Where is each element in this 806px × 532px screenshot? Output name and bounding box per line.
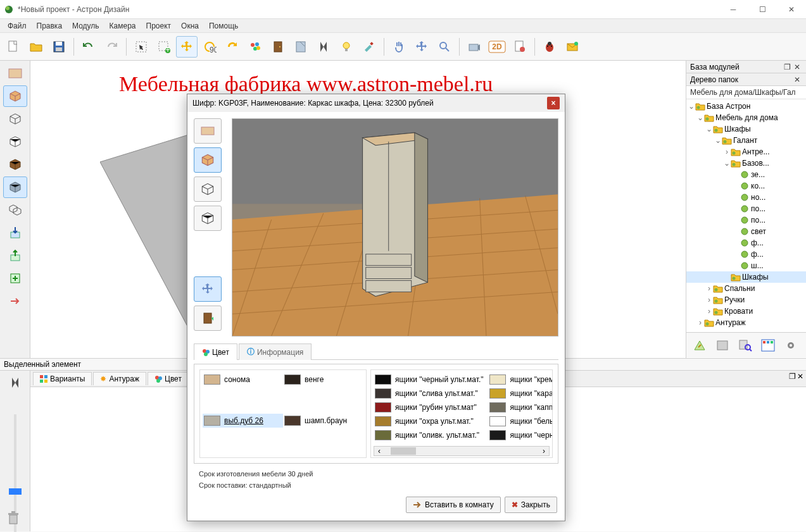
tree-row[interactable]: зе... — [686, 169, 806, 180]
rotate-icon[interactable] — [222, 36, 243, 58]
menu-edit[interactable]: Правка — [32, 20, 68, 32]
tree-row[interactable]: ›Антре... — [686, 146, 806, 158]
modules-dock-icon[interactable]: ❐ — [782, 63, 792, 71]
tree-row[interactable]: но... — [686, 192, 806, 203]
menu-project[interactable]: Проект — [141, 20, 177, 32]
tree-row[interactable]: ›Ручки — [686, 294, 806, 306]
color-option[interactable]: ящики "рубин ульт.мат" — [374, 400, 484, 414]
close-button[interactable]: ✖Закрыть — [505, 497, 557, 513]
tree-row[interactable]: Шкафы — [686, 271, 806, 283]
tree-row[interactable]: свет — [686, 226, 806, 237]
dlg-view-wire2-icon[interactable] — [194, 206, 222, 231]
color-option[interactable]: венге — [283, 373, 363, 387]
tree-row[interactable]: ›Кровати — [686, 306, 806, 317]
color-option[interactable]: ящики "бель — [488, 414, 553, 428]
move-icon[interactable] — [176, 36, 198, 58]
trash-icon[interactable] — [6, 510, 20, 528]
dlg-view-solid-icon[interactable] — [194, 147, 222, 173]
menu-file[interactable]: Файл — [3, 20, 32, 32]
color-option[interactable]: ящики "охра ульт.мат." — [374, 414, 484, 428]
camera-icon[interactable] — [463, 36, 485, 58]
mail-icon[interactable] — [562, 36, 583, 58]
tree-row[interactable]: ⌄Галант — [686, 135, 806, 146]
import-icon[interactable] — [3, 222, 27, 244]
undo-icon[interactable] — [78, 36, 99, 58]
tab-color[interactable]: Цвет — [148, 372, 189, 385]
tree-row[interactable]: ›Спальни — [686, 283, 806, 294]
close-window-button[interactable]: ✕ — [777, 0, 806, 19]
color-option[interactable]: ящики "черн — [488, 428, 553, 442]
tree-row[interactable]: ш... — [686, 260, 806, 271]
dlg-orbit-icon[interactable] — [194, 276, 222, 302]
color-option[interactable]: ящики "черный ульт.мат." — [374, 373, 484, 387]
save-icon[interactable] — [48, 36, 70, 58]
bulb-icon[interactable] — [336, 36, 357, 58]
tree-row[interactable]: ⌄Шкафы — [686, 123, 806, 135]
redo-icon[interactable] — [101, 36, 122, 58]
thumb-gear-icon[interactable] — [780, 335, 802, 356]
dlg-view-flat-icon[interactable] — [194, 118, 222, 144]
mirror-icon[interactable] — [313, 36, 334, 58]
zoom-icon[interactable] — [434, 36, 455, 58]
tree-row[interactable]: ⌄Мебель для дома — [686, 112, 806, 123]
color-option[interactable]: сонома — [203, 373, 283, 387]
view-texture-icon[interactable] — [3, 154, 27, 175]
rotate90-icon[interactable]: 90 — [199, 36, 220, 58]
color-option[interactable]: ящики "капп — [488, 400, 553, 414]
view-flat-icon[interactable] — [3, 63, 27, 84]
view-wire2-icon[interactable] — [3, 131, 27, 152]
bot-mirror-icon[interactable] — [8, 376, 22, 392]
color-option[interactable]: ящики "оливк. ульт.мат." — [374, 428, 484, 442]
menu-camera[interactable]: Камера — [104, 20, 141, 32]
view2d-icon[interactable]: 2D — [486, 36, 508, 58]
thumb-box-icon[interactable] — [712, 335, 733, 356]
thumb-grid-icon[interactable] — [757, 335, 779, 356]
view-wire-icon[interactable] — [3, 108, 27, 130]
view-shade-icon[interactable] — [3, 176, 27, 198]
open-icon[interactable] — [25, 36, 47, 58]
tree-row[interactable]: ⌄Базов... — [686, 158, 806, 169]
insert-icon[interactable] — [3, 268, 27, 289]
menu-help[interactable]: Помощь — [204, 20, 243, 32]
view-solid-icon[interactable] — [3, 85, 27, 107]
modules-close-icon[interactable]: ✕ — [792, 63, 802, 71]
menu-module[interactable]: Модуль — [67, 20, 104, 32]
select-add-icon[interactable]: + — [153, 36, 175, 58]
pan-icon[interactable] — [388, 36, 410, 58]
thumb-up-icon[interactable] — [689, 335, 710, 356]
color-option[interactable]: выб.дуб 26 — [203, 414, 283, 428]
brush-icon[interactable] — [358, 36, 380, 58]
palette-icon[interactable] — [244, 36, 266, 58]
tree-row[interactable]: по... — [686, 214, 806, 226]
dlg-view-wire-icon[interactable] — [194, 176, 222, 202]
new-icon[interactable] — [3, 36, 24, 58]
dialog-close-icon[interactable]: × — [547, 97, 560, 109]
color-option[interactable]: ящики "крем — [488, 373, 553, 387]
color-option[interactable]: ящики "кара — [488, 387, 553, 400]
insert-button[interactable]: Вставить в комнату — [406, 497, 501, 513]
tree-row[interactable]: ›Антураж — [686, 317, 806, 328]
orbit-icon[interactable] — [411, 36, 432, 58]
export-icon[interactable] — [3, 245, 27, 266]
sheet-icon[interactable] — [290, 36, 312, 58]
goto-icon[interactable] — [3, 290, 27, 312]
dlg-tab-info[interactable]: ⓘИнформация — [239, 343, 312, 360]
color-option[interactable]: ящики "слива ульт.мат." — [374, 387, 484, 400]
tree-row[interactable]: ⌄База Астрон — [686, 101, 806, 112]
door-icon[interactable] — [267, 36, 289, 58]
select-icon[interactable] — [130, 36, 152, 58]
report-icon[interactable] — [509, 36, 531, 58]
menu-windows[interactable]: Окна — [176, 20, 204, 32]
tree-row[interactable]: ф... — [686, 237, 806, 249]
dlg-door-icon[interactable] — [194, 306, 222, 331]
minimize-button[interactable]: ─ — [719, 0, 748, 19]
bottom-close-icon[interactable]: ✕ — [797, 372, 803, 385]
tree-row[interactable]: ко... — [686, 180, 806, 192]
folder-tree[interactable]: ⌄База Астрон⌄Мебель для дома⌄Шкафы⌄Галан… — [686, 99, 806, 332]
color-scrollbar[interactable]: ‹› — [374, 446, 550, 456]
thumb-search-icon[interactable] — [734, 335, 756, 356]
tab-variants[interactable]: Варианты — [33, 372, 92, 385]
dlg-tab-color[interactable]: Цвет — [194, 343, 237, 360]
bug-icon[interactable] — [539, 36, 560, 58]
tree-row[interactable]: ф... — [686, 249, 806, 260]
